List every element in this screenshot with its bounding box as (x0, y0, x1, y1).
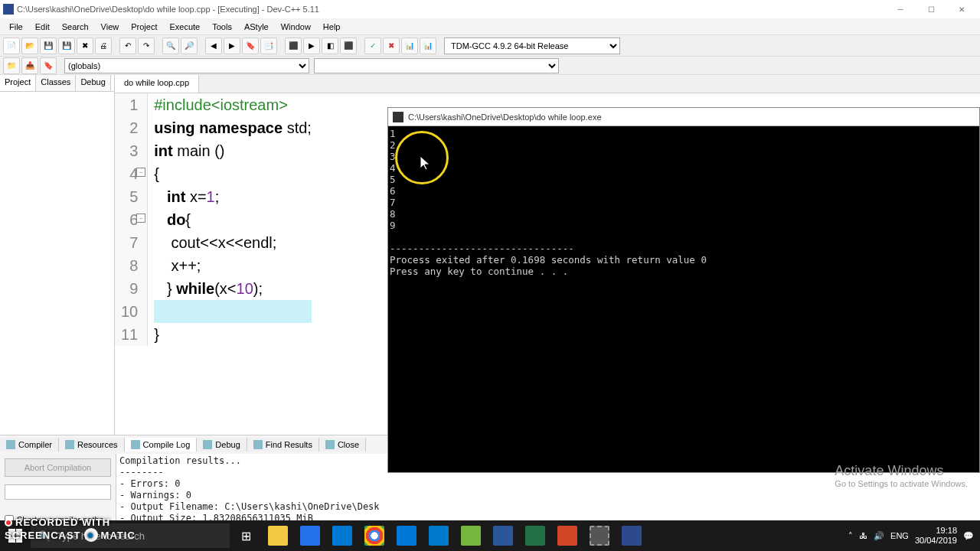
bottom-tab-find-results[interactable]: Find Results (247, 438, 319, 452)
new-project-button[interactable]: 📁 (3, 57, 20, 74)
task-view-button[interactable]: ⊞ (230, 520, 262, 551)
bookmark2-button[interactable]: 🔖 (40, 57, 57, 74)
new-file-button[interactable]: 📄 (3, 37, 20, 54)
taskbar-app-vscode[interactable] (423, 520, 455, 551)
tray-chevron-icon[interactable]: ˄ (848, 531, 853, 541)
save-all-button[interactable]: 💾 (58, 37, 75, 54)
tray-clock[interactable]: 19:18 30/04/2019 (915, 526, 957, 546)
bookmark-button[interactable]: 🔖 (242, 37, 259, 54)
console-titlebar: C:\Users\kashi\OneDrive\Desktop\do while… (388, 108, 979, 126)
members-select[interactable] (314, 58, 559, 73)
console-icon (393, 112, 403, 122)
close-file-button[interactable]: ✖ (77, 37, 93, 54)
editor-tab[interactable]: do while loop.cpp (115, 75, 199, 93)
insert-button[interactable]: 📥 (21, 57, 38, 74)
menu-help[interactable]: Help (317, 21, 347, 33)
sidebar-tab-classes[interactable]: Classes (36, 75, 76, 91)
compile-button[interactable]: ⬛ (285, 37, 302, 54)
rebuild-button[interactable]: ⬛ (340, 37, 357, 54)
taskbar-app-torrent[interactable] (455, 520, 487, 551)
taskbar-app-word[interactable] (487, 520, 519, 551)
menu-search[interactable]: Search (56, 21, 95, 33)
close-button[interactable]: ✕ (946, 0, 977, 18)
titlebar: C:\Users\kashi\OneDrive\Desktop\do while… (0, 0, 980, 18)
minimize-button[interactable]: ─ (885, 0, 916, 18)
delete-profile-button[interactable]: 📊 (420, 37, 436, 54)
taskbar-app-mail[interactable] (326, 520, 358, 551)
taskbar-app-edge[interactable] (390, 520, 423, 551)
find-button[interactable]: 🔍 (162, 37, 179, 54)
goto-button[interactable]: 📑 (260, 37, 277, 54)
undo-button[interactable]: ↶ (119, 37, 136, 54)
taskbar-app-devcpp[interactable] (616, 520, 648, 551)
taskbar-app-powerpoint[interactable] (551, 520, 583, 551)
compiler-select[interactable]: TDM-GCC 4.9.2 64-bit Release (444, 37, 620, 54)
console-title: C:\Users\kashi\OneDrive\Desktop\do while… (408, 112, 602, 122)
console-output: 1 2 3 4 5 6 7 8 9 ----------------------… (388, 126, 979, 279)
toolbar-nav: 📁 📥 🔖 (globals) (0, 57, 980, 75)
bottom-tab-close[interactable]: Close (319, 438, 366, 452)
menu-project[interactable]: Project (125, 21, 163, 33)
system-tray[interactable]: ˄ 🖧 🔊 ENG 19:18 30/04/2019 💬 (848, 526, 980, 546)
record-icon (5, 519, 12, 527)
bottom-tab-debug[interactable]: Debug (197, 438, 247, 452)
menu-edit[interactable]: Edit (29, 21, 56, 33)
filter-input[interactable] (5, 484, 111, 500)
toolbar-main: 📄 📂 💾 💾 ✖ 🖨 ↶ ↷ 🔍 🔎 ◀ ▶ 🔖 📑 ⬛ ▶ ◧ ⬛ ✓ ✖ … (0, 35, 980, 57)
menu-view[interactable]: View (95, 21, 126, 33)
sidebar: ProjectClassesDebug (0, 75, 115, 435)
menu-tools[interactable]: Tools (206, 21, 238, 33)
menu-window[interactable]: Window (275, 21, 317, 33)
globals-select[interactable]: (globals) (64, 58, 309, 73)
menu-execute[interactable]: Execute (163, 21, 206, 33)
sidebar-tab-debug[interactable]: Debug (76, 75, 110, 91)
menu-file[interactable]: File (3, 21, 29, 33)
sidebar-tab-project[interactable]: Project (0, 75, 36, 91)
taskbar: 🔍 Type here to search ⊞ ˄ 🖧 🔊 ENG 19:18 … (0, 520, 980, 551)
taskbar-app-store[interactable] (294, 520, 326, 551)
compile-run-button[interactable]: ◧ (322, 37, 338, 54)
tray-language[interactable]: ENG (890, 531, 909, 540)
taskbar-app-explorer[interactable] (262, 520, 294, 551)
debug-button[interactable]: ✓ (364, 37, 381, 54)
tray-network-icon[interactable]: 🖧 (859, 531, 867, 540)
taskbar-app-excel[interactable] (519, 520, 551, 551)
abort-compilation-button[interactable]: Abort Compilation (5, 458, 111, 477)
window-title: C:\Users\kashi\OneDrive\Desktop\do while… (17, 5, 319, 14)
print-button[interactable]: 🖨 (95, 37, 112, 54)
taskbar-app-chrome[interactable] (358, 520, 390, 551)
menu-astyle[interactable]: AStyle (238, 21, 275, 33)
stop-button[interactable]: ✖ (383, 37, 400, 54)
open-button[interactable]: 📂 (21, 37, 38, 54)
redo-button[interactable]: ↷ (138, 37, 155, 54)
bottom-tab-compiler[interactable]: Compiler (0, 438, 59, 452)
save-button[interactable]: 💾 (40, 37, 57, 54)
run-button[interactable]: ▶ (303, 37, 320, 54)
tray-volume-icon[interactable]: 🔊 (874, 531, 884, 541)
profile-button[interactable]: 📊 (401, 37, 418, 54)
bottom-tab-compile-log[interactable]: Compile Log (125, 438, 198, 452)
replace-button[interactable]: 🔎 (181, 37, 198, 54)
tray-notifications-icon[interactable]: 💬 (963, 531, 974, 541)
back-button[interactable]: ◀ (205, 37, 222, 54)
forward-button[interactable]: ▶ (224, 37, 240, 54)
screencast-watermark: RECORDED WITH (5, 517, 110, 528)
app-icon (3, 4, 14, 15)
screencast-brand: SCREENCAST ◉ MATIC (5, 528, 136, 542)
taskbar-app-snip[interactable] (583, 520, 616, 551)
console-window: C:\Users\kashi\OneDrive\Desktop\do while… (387, 107, 980, 473)
bottom-tab-resources[interactable]: Resources (59, 438, 125, 452)
menubar: FileEditSearchViewProjectExecuteToolsASt… (0, 18, 980, 35)
maximize-button[interactable]: ☐ (916, 0, 946, 18)
